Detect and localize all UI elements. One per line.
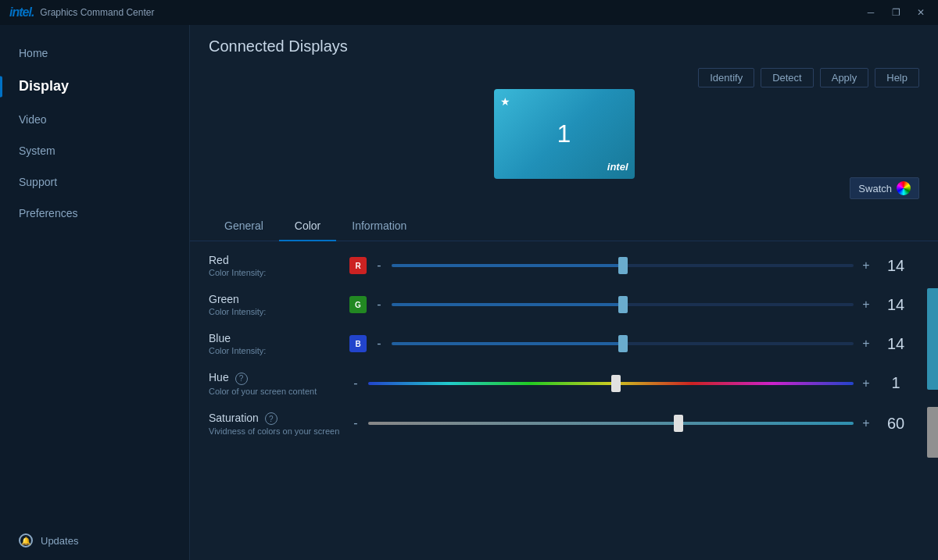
hue-slider[interactable] — [368, 376, 854, 391]
sidebar-item-video[interactable]: Video — [0, 104, 189, 135]
sidebar-item-label: Video — [19, 113, 47, 126]
sidebar-nav: Home Display Video System Support Prefer… — [0, 25, 189, 521]
titlebar-title: Graphics Command Center — [40, 7, 154, 18]
swatch-label: Swatch — [858, 183, 892, 194]
titlebar-controls: ─ ❐ ✕ — [860, 5, 932, 20]
red-plus-button[interactable]: + — [860, 259, 872, 273]
saturation-setting-row: Saturation ? Vividness of colors on your… — [209, 412, 919, 437]
sidebar-item-label: Display — [19, 78, 69, 95]
identify-button[interactable]: Identify — [698, 68, 754, 87]
hue-label: Hue ? Color of your screen content — [209, 371, 349, 396]
sidebar-item-support[interactable]: Support — [0, 166, 189, 198]
monitor-card[interactable]: ★ 1 intel — [494, 89, 635, 179]
hue-value: 1 — [872, 374, 919, 392]
hue-value-wrapper: 1 — [872, 374, 919, 392]
saturation-slider-track — [368, 422, 854, 425]
sidebar-updates[interactable]: 🔔 Updates — [0, 521, 189, 560]
minimize-button[interactable]: ─ — [860, 5, 882, 20]
red-setting-row: Red Color Intensity: R - + 14 — [209, 254, 919, 277]
titlebar: intel. Graphics Command Center ─ ❐ ✕ — [0, 0, 938, 25]
saturation-label: Saturation ? Vividness of colors on your… — [209, 412, 349, 437]
green-slider-thumb[interactable] — [618, 296, 628, 313]
detect-button[interactable]: Detect — [761, 68, 814, 87]
saturation-slider-thumb[interactable] — [674, 415, 683, 432]
display-preview-area: Identify Detect Apply Help ★ 1 intel Swa… — [190, 55, 938, 212]
blue-minus-button[interactable]: - — [373, 337, 385, 351]
blue-slider-fill — [392, 342, 623, 345]
monitor-number: 1 — [500, 108, 628, 161]
red-value: 14 — [872, 257, 919, 275]
intel-logo: intel. — [9, 5, 34, 20]
hue-slider-group: - + — [349, 376, 872, 391]
sidebar: Home Display Video System Support Prefer… — [0, 25, 190, 560]
red-badge: R — [349, 257, 367, 274]
red-label: Red Color Intensity: — [209, 254, 349, 277]
green-slider-group: G - + — [349, 296, 872, 313]
blue-setting-row: Blue Color Intensity: B - + 14 — [209, 332, 919, 355]
updates-label: Updates — [41, 535, 78, 547]
red-slider-group: R - + — [349, 257, 872, 274]
display-actions: Identify Detect Apply Help — [698, 68, 919, 87]
settings-panel: Red Color Intensity: R - + 14 — [190, 241, 938, 560]
sidebar-item-label: Home — [19, 47, 48, 59]
saturation-minus-button[interactable]: - — [349, 416, 362, 430]
bell-icon: 🔔 — [19, 533, 33, 548]
saturation-slider[interactable] — [368, 416, 854, 431]
blue-slider-group: B - + — [349, 335, 872, 352]
grey-color-preview — [927, 407, 938, 458]
tabs-bar: General Color Information — [190, 212, 938, 241]
swatch-color-icon — [897, 181, 911, 195]
green-slider-track — [392, 303, 854, 306]
saturation-value-wrapper: 60 — [872, 415, 919, 433]
sidebar-item-label: Preferences — [19, 207, 77, 219]
sidebar-item-home[interactable]: Home — [0, 37, 189, 69]
blue-label: Blue Color Intensity: — [209, 332, 349, 355]
green-slider[interactable] — [392, 297, 854, 312]
hue-minus-button[interactable]: - — [349, 376, 362, 391]
monitor-star-icon: ★ — [500, 95, 628, 108]
green-badge: G — [349, 296, 367, 313]
swatch-button[interactable]: Swatch — [850, 177, 919, 199]
blue-slider-track — [392, 342, 854, 345]
blue-value: 14 — [872, 335, 919, 353]
saturation-plus-button[interactable]: + — [860, 416, 872, 430]
restore-button[interactable]: ❐ — [885, 5, 907, 20]
hue-slider-track — [368, 382, 854, 385]
green-value: 14 — [872, 296, 919, 314]
close-button[interactable]: ✕ — [910, 5, 932, 20]
blue-slider[interactable] — [392, 336, 854, 351]
green-minus-button[interactable]: - — [373, 298, 385, 312]
red-slider-fill — [392, 264, 623, 267]
red-slider[interactable] — [392, 258, 854, 273]
green-label: Green Color Intensity: — [209, 293, 349, 316]
tab-information[interactable]: Information — [336, 212, 422, 241]
sidebar-item-system[interactable]: System — [0, 135, 189, 166]
blue-slider-thumb[interactable] — [618, 335, 628, 352]
hue-plus-button[interactable]: + — [860, 376, 872, 391]
teal-color-preview — [927, 288, 938, 390]
monitor-brand: intel — [500, 161, 628, 173]
red-value-wrapper: 14 — [872, 257, 919, 275]
page-title: Connected Displays — [209, 37, 348, 55]
content-area: Connected Displays Identify Detect Apply… — [190, 25, 938, 560]
sidebar-item-label: System — [19, 144, 55, 157]
red-slider-thumb[interactable] — [618, 257, 628, 274]
sidebar-item-preferences[interactable]: Preferences — [0, 198, 189, 229]
blue-plus-button[interactable]: + — [860, 337, 872, 351]
green-plus-button[interactable]: + — [860, 298, 872, 312]
blue-badge: B — [349, 335, 367, 352]
green-value-wrapper: 14 — [872, 296, 919, 314]
sidebar-item-label: Support — [19, 176, 57, 188]
hue-help-icon[interactable]: ? — [235, 373, 248, 385]
green-setting-row: Green Color Intensity: G - + 14 — [209, 293, 919, 316]
hue-slider-thumb[interactable] — [611, 375, 621, 392]
tab-general[interactable]: General — [209, 212, 279, 241]
sidebar-item-display[interactable]: Display — [0, 69, 189, 104]
saturation-slider-group: - + — [349, 416, 872, 431]
tab-color[interactable]: Color — [279, 212, 336, 241]
red-minus-button[interactable]: - — [373, 259, 385, 273]
help-button[interactable]: Help — [875, 68, 919, 87]
apply-button[interactable]: Apply — [820, 68, 869, 87]
hue-setting-row: Hue ? Color of your screen content - + — [209, 371, 919, 396]
saturation-help-icon[interactable]: ? — [265, 412, 277, 425]
